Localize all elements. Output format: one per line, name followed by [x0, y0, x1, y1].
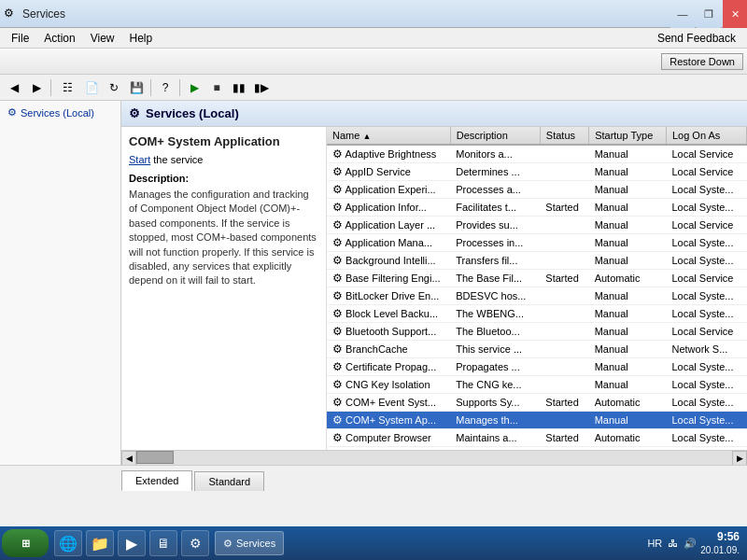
service-start-link[interactable]: Start — [129, 154, 150, 165]
properties-button[interactable]: 📄 — [81, 77, 102, 98]
taskbar-services-item[interactable]: ⚙ Services — [215, 531, 284, 555]
restart-service-button[interactable]: ▮▶ — [251, 77, 272, 98]
cell-description: Processes in... — [450, 234, 540, 252]
panel-header: ⚙ Services (Local) — [121, 101, 747, 127]
clock[interactable]: 9:56 20.01.09. — [700, 530, 740, 557]
cell-status: Started — [540, 199, 588, 217]
cell-startup: Automatic — [589, 429, 667, 447]
table-row[interactable]: ⚙ Computer BrowserMaintains a...StartedA… — [327, 429, 747, 447]
cell-logon: Local Service — [666, 270, 746, 287]
forward-button[interactable]: ▶ — [26, 77, 47, 98]
service-description-text: Manages the configuration and tracking o… — [129, 188, 318, 288]
taskbar-media-icon[interactable]: ▶ — [118, 530, 146, 556]
table-row[interactable]: ⚙ COM+ System Ap...Manages th...ManualLo… — [327, 412, 747, 429]
panel-header-icon: ⚙ — [129, 106, 140, 120]
cell-startup: Manual — [589, 199, 667, 217]
menu-view[interactable]: View — [83, 30, 122, 47]
table-row[interactable]: ⚙ CNG Key IsolationThe CNG ke...ManualLo… — [327, 376, 747, 394]
minimize-button[interactable]: — — [670, 0, 695, 28]
table-row[interactable]: ⚙ Application Infor...Facilitates t...St… — [327, 199, 747, 217]
cell-startup: Manual — [589, 252, 667, 270]
tray-network-icon[interactable]: 🖧 — [668, 538, 678, 549]
col-header-description[interactable]: Description — [450, 127, 540, 145]
table-row[interactable]: ⚙ Application Mana...Processes in...Manu… — [327, 234, 747, 252]
toolbar-separator-3 — [179, 79, 180, 96]
cell-name: ⚙ COM+ System Ap... — [327, 412, 450, 429]
close-button[interactable]: ✕ — [723, 0, 747, 28]
table-row[interactable]: ⚙ Adaptive BrightnessMonitors a...Manual… — [327, 145, 747, 163]
cell-status — [540, 181, 588, 199]
cell-status — [540, 305, 588, 323]
tab-extended[interactable]: Extended — [121, 470, 192, 491]
scroll-right-button[interactable]: ▶ — [732, 451, 747, 466]
table-row[interactable]: ⚙ AppID ServiceDetermines ...ManualLocal… — [327, 163, 747, 181]
menu-help[interactable]: Help — [122, 30, 161, 47]
table-row[interactable]: ⚙ Base Filtering Engi...The Base Fil...S… — [327, 270, 747, 287]
help-button[interactable]: ? — [155, 77, 176, 98]
cell-name: ⚙ Application Experi... — [327, 181, 450, 199]
table-row[interactable]: ⚙ COM+ Event Syst...Supports Sy...Starte… — [327, 394, 747, 412]
cell-description: Monitors a... — [450, 145, 540, 163]
table-row[interactable]: ⚙ Block Level Backu...The WBENG...Manual… — [327, 305, 747, 323]
clock-time: 9:56 — [700, 530, 740, 545]
tab-standard[interactable]: Standard — [194, 471, 264, 491]
show-hide-button[interactable]: ☷ — [55, 77, 79, 98]
cell-startup: Manual — [589, 287, 667, 305]
table-row[interactable]: ⚙ BranchCacheThis service ...ManualNetwo… — [327, 341, 747, 358]
table-row[interactable]: ⚙ Application Experi...Processes a...Man… — [327, 181, 747, 199]
title-bar: ⚙ Services — ❐ ✕ — [0, 0, 747, 28]
tray-lang[interactable]: HR — [647, 538, 662, 549]
col-header-startup[interactable]: Startup Type — [589, 127, 667, 145]
cell-status — [540, 323, 588, 341]
menu-file[interactable]: File — [4, 30, 36, 47]
tray-icons: HR 🖧 🔊 — [647, 538, 697, 550]
restore-button[interactable]: ❐ — [697, 0, 721, 28]
cell-name: ⚙ Application Mana... — [327, 234, 450, 252]
scroll-thumb[interactable] — [136, 451, 174, 464]
cell-name: ⚙ AppID Service — [327, 163, 450, 181]
cell-logon: Local Syste... — [666, 376, 746, 394]
refresh-button[interactable]: ↻ — [104, 77, 124, 98]
cell-name: ⚙ Block Level Backu... — [327, 305, 450, 323]
table-row[interactable]: ⚙ Bluetooth Support...The Bluetoo...Manu… — [327, 323, 747, 341]
table-row[interactable]: ⚙ Background Intelli...Transfers fil...M… — [327, 252, 747, 270]
taskbar-gear-icon[interactable]: ⚙ — [181, 530, 209, 556]
nav-services-local[interactable]: ⚙ Services (Local) — [4, 105, 117, 120]
export-button[interactable]: 💾 — [126, 77, 147, 98]
cell-name: ⚙ BranchCache — [327, 341, 450, 358]
table-row[interactable]: ⚙ Application Layer ...Provides su...Man… — [327, 217, 747, 234]
scroll-track[interactable] — [136, 451, 732, 465]
cell-description: Provides su... — [450, 217, 540, 234]
restore-down-button[interactable]: Restore Down — [661, 53, 743, 70]
taskbar-services-label: Services — [236, 538, 275, 549]
cell-logon: Local Syste... — [666, 358, 746, 376]
start-button[interactable]: ⊞ — [2, 529, 49, 557]
col-header-logon[interactable]: Log On As — [666, 127, 746, 145]
service-list-container[interactable]: Name ▲ Description Status Startup Type L… — [327, 127, 747, 450]
cell-status — [540, 145, 588, 163]
stop-service-button[interactable]: ■ — [206, 77, 227, 98]
horizontal-scrollbar[interactable]: ◀ ▶ — [121, 450, 747, 465]
tray-volume-icon[interactable]: 🔊 — [684, 538, 697, 550]
start-service-button[interactable]: ▶ — [184, 77, 204, 98]
cell-name: ⚙ CNG Key Isolation — [327, 376, 450, 394]
taskbar-ie-icon[interactable]: 🌐 — [54, 530, 82, 556]
table-header-row: Name ▲ Description Status Startup Type L… — [327, 127, 747, 145]
table-row[interactable]: ⚙ BitLocker Drive En...BDESVC hos...Manu… — [327, 287, 747, 305]
col-header-status[interactable]: Status — [540, 127, 588, 145]
taskbar-tray: HR 🖧 🔊 9:56 20.01.09. — [641, 530, 745, 557]
taskbar-folder-icon[interactable]: 📁 — [86, 530, 114, 556]
menu-action[interactable]: Action — [36, 30, 82, 47]
cell-status — [540, 358, 588, 376]
back-button[interactable]: ◀ — [4, 77, 24, 98]
cell-description: Determines ... — [450, 163, 540, 181]
scroll-left-button[interactable]: ◀ — [121, 451, 136, 466]
cell-startup: Automatic — [589, 270, 667, 287]
cell-logon: Local Syste... — [666, 181, 746, 199]
send-feedback[interactable]: Send Feedback — [650, 30, 743, 47]
col-header-name[interactable]: Name ▲ — [327, 127, 450, 145]
table-row[interactable]: ⚙ Certificate Propag...Propagates ...Man… — [327, 358, 747, 376]
pause-service-button[interactable]: ▮▮ — [229, 77, 249, 98]
content-area: COM+ System Application Start the servic… — [121, 127, 747, 450]
taskbar-network-icon[interactable]: 🖥 — [149, 530, 177, 556]
